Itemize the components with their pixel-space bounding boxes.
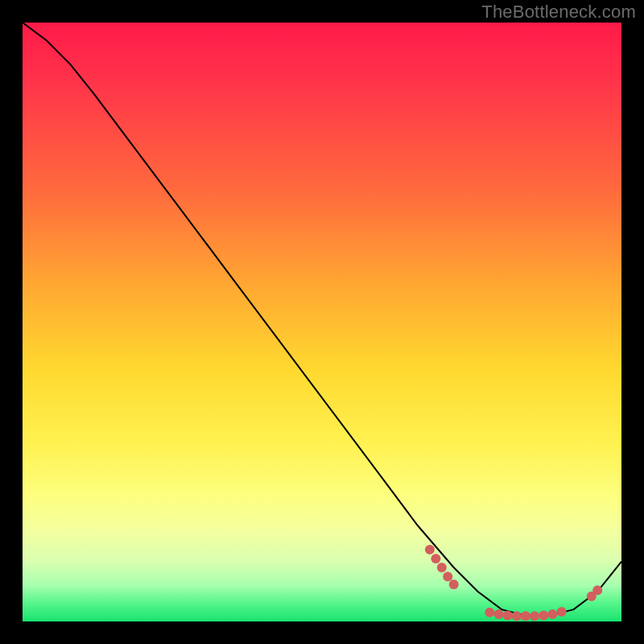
scatter-dot [503, 611, 513, 621]
scatter-dot [431, 554, 440, 564]
scatter-points [425, 545, 602, 621]
scatter-dot [592, 585, 602, 595]
bottleneck-curve [23, 23, 621, 616]
scatter-dot [485, 608, 494, 617]
scatter-dot [557, 607, 567, 617]
scatter-dot [494, 609, 504, 619]
scatter-dot [437, 563, 447, 572]
plot-area [23, 23, 621, 621]
scatter-dot [449, 580, 459, 589]
scatter-dot [443, 572, 452, 581]
plot-overlay [23, 23, 621, 621]
scatter-dot [521, 611, 530, 621]
watermark-text: TheBottleneck.com [481, 2, 636, 23]
scatter-dot [547, 609, 557, 619]
scatter-dot [539, 611, 548, 621]
chart-frame: TheBottleneck.com [0, 0, 644, 644]
scatter-dot [425, 545, 435, 555]
scatter-dot [512, 611, 522, 621]
scatter-dot [530, 611, 539, 621]
